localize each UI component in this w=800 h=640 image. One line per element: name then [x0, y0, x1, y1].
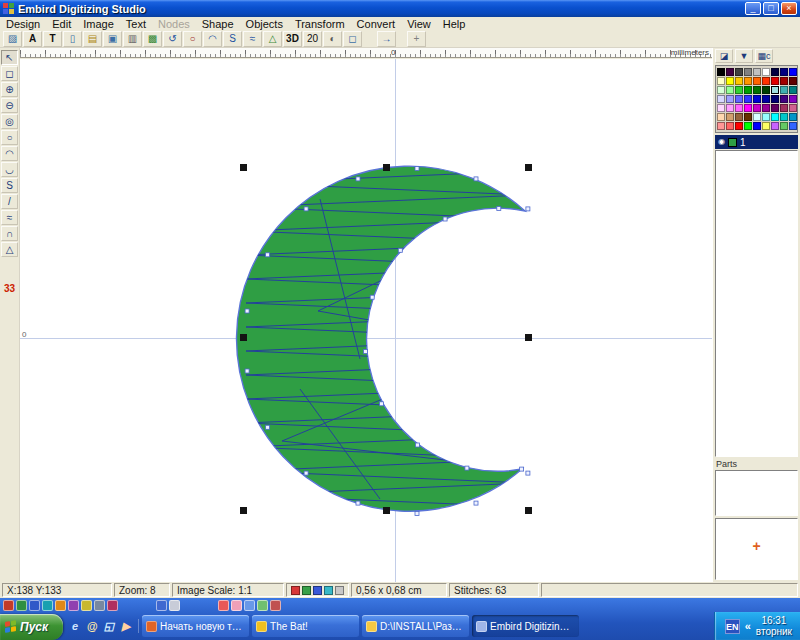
- outline-node[interactable]: [443, 217, 447, 221]
- palette-color-47[interactable]: [735, 113, 743, 121]
- palette-color-1[interactable]: [726, 68, 734, 76]
- palette-color-18[interactable]: [717, 86, 725, 94]
- palette-color-10[interactable]: [726, 77, 734, 85]
- menu-text[interactable]: Text: [120, 18, 152, 30]
- task-button-0[interactable]: Начать новую тему :: В...: [142, 615, 249, 637]
- menu-shape[interactable]: Shape: [196, 18, 240, 30]
- toolbar-step-forward[interactable]: →: [377, 31, 396, 47]
- outline-node[interactable]: [415, 512, 419, 516]
- menu-view[interactable]: View: [401, 18, 437, 30]
- selection-handle[interactable]: [383, 507, 390, 514]
- tool-triangle[interactable]: △: [1, 242, 18, 257]
- toolbar-s-curve-tool[interactable]: S: [223, 31, 242, 47]
- palette-color-8[interactable]: [789, 68, 797, 76]
- palette-color-29[interactable]: [735, 95, 743, 103]
- palette-color-49[interactable]: [753, 113, 761, 121]
- outline-node[interactable]: [356, 501, 360, 505]
- menu-edit[interactable]: Edit: [46, 18, 77, 30]
- tool-arc-up[interactable]: ◠: [1, 146, 18, 161]
- tool-zoom-out[interactable]: ⊖: [1, 98, 18, 113]
- toolbar-outline-tool[interactable]: △: [263, 31, 282, 47]
- palette-color-28[interactable]: [726, 95, 734, 103]
- outline-node[interactable]: [465, 466, 469, 470]
- toolbar-shading-tool[interactable]: ◐: [323, 31, 342, 47]
- selection-handle[interactable]: [525, 164, 532, 171]
- toolbar-text-a-tool[interactable]: A: [23, 31, 42, 47]
- tool-line[interactable]: /: [1, 194, 18, 209]
- palette-color-45[interactable]: [717, 113, 725, 121]
- palette-color-61[interactable]: [780, 122, 788, 130]
- outline-node[interactable]: [266, 253, 270, 257]
- toolbar-save-design[interactable]: ▣: [103, 31, 122, 47]
- task-button-3[interactable]: Embird Digitizing Stud...: [472, 615, 579, 637]
- language-indicator[interactable]: EN: [725, 619, 740, 634]
- outline-node[interactable]: [304, 207, 308, 211]
- outline-node[interactable]: [474, 501, 478, 505]
- selection-handle[interactable]: [240, 164, 247, 171]
- menu-help[interactable]: Help: [437, 18, 472, 30]
- outline-node[interactable]: [245, 369, 249, 373]
- palette-color-15[interactable]: [771, 77, 779, 85]
- palette-color-11[interactable]: [735, 77, 743, 85]
- parts-list-area[interactable]: [715, 470, 798, 516]
- tool-freehand[interactable]: ≈: [1, 210, 18, 225]
- outline-node[interactable]: [380, 402, 384, 406]
- palette-color-12[interactable]: [744, 77, 752, 85]
- palette-color-37[interactable]: [726, 104, 734, 112]
- taskbar-small-icon-8[interactable]: [107, 600, 118, 611]
- show-desktop-icon[interactable]: ◱: [102, 619, 116, 633]
- taskbar-small-icon-7[interactable]: [94, 600, 105, 611]
- tool-pan[interactable]: ◎: [1, 114, 18, 129]
- taskbar-small-icon-16[interactable]: [257, 600, 268, 611]
- outline-node[interactable]: [304, 471, 308, 475]
- taskbar-small-icon-15[interactable]: [244, 600, 255, 611]
- palette-color-19[interactable]: [726, 86, 734, 94]
- style-button[interactable]: ◪: [715, 49, 733, 63]
- palette-color-20[interactable]: [735, 86, 743, 94]
- outline-node[interactable]: [415, 167, 419, 171]
- internet-explorer-icon[interactable]: e: [68, 619, 82, 633]
- object-list-area[interactable]: [715, 150, 798, 457]
- toolbar-text-t-tool[interactable]: T: [43, 31, 62, 47]
- palette-color-9[interactable]: [717, 77, 725, 85]
- tool-s-curve[interactable]: S: [1, 178, 18, 193]
- selection-handle[interactable]: [240, 507, 247, 514]
- palette-color-51[interactable]: [771, 113, 779, 121]
- taskbar-small-icon-5[interactable]: [68, 600, 79, 611]
- menu-transform[interactable]: Transform: [289, 18, 351, 30]
- tool-ellipse[interactable]: ○: [1, 130, 18, 145]
- palette-color-62[interactable]: [789, 122, 797, 130]
- palette-color-42[interactable]: [771, 104, 779, 112]
- maximize-button[interactable]: □: [763, 2, 779, 15]
- palette-color-56[interactable]: [735, 122, 743, 130]
- palette-color-54[interactable]: [717, 122, 725, 130]
- palette-color-22[interactable]: [753, 86, 761, 94]
- start-button[interactable]: Пуск: [0, 614, 63, 640]
- taskbar-small-icon-1[interactable]: [16, 600, 27, 611]
- object-list-row[interactable]: ◉ 1: [715, 135, 798, 149]
- taskbar-small-icon-17[interactable]: [270, 600, 281, 611]
- media-player-icon[interactable]: ▶: [119, 619, 133, 633]
- palette-color-14[interactable]: [762, 77, 770, 85]
- taskbar-small-icon-14[interactable]: [231, 600, 242, 611]
- taskbar-small-icon-10[interactable]: [156, 600, 167, 611]
- toolbar-open-design[interactable]: ▤: [83, 31, 102, 47]
- taskbar-small-icon-4[interactable]: [55, 600, 66, 611]
- taskbar-small-icon-13[interactable]: [218, 600, 229, 611]
- palette-color-31[interactable]: [753, 95, 761, 103]
- selection-handle[interactable]: [383, 164, 390, 171]
- design-canvas[interactable]: 0: [20, 59, 712, 582]
- toolbar-print-design[interactable]: ▥: [123, 31, 142, 47]
- toolbar-import-image[interactable]: ▩: [143, 31, 162, 47]
- palette-color-50[interactable]: [762, 113, 770, 121]
- outline-node[interactable]: [398, 248, 402, 252]
- palette-color-35[interactable]: [789, 95, 797, 103]
- palette-color-3[interactable]: [744, 68, 752, 76]
- taskbar-small-icon-11[interactable]: [169, 600, 180, 611]
- close-button[interactable]: ×: [781, 2, 797, 15]
- palette-dropdown[interactable]: ▼: [735, 49, 753, 63]
- outline-node[interactable]: [520, 467, 524, 471]
- palette-color-46[interactable]: [726, 113, 734, 121]
- task-button-1[interactable]: The Bat!: [252, 615, 359, 637]
- grid-c-button[interactable]: ▦c: [755, 49, 773, 63]
